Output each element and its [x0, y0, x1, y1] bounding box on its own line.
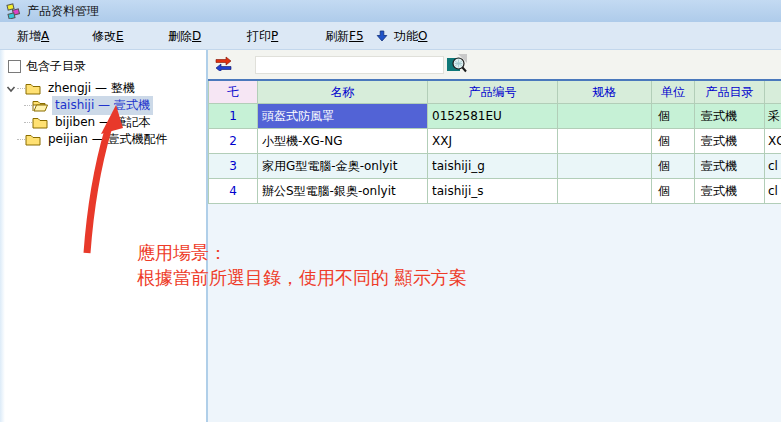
cell-unit[interactable]: 個: [652, 104, 695, 129]
cell-name[interactable]: 小型機-XG-NG: [258, 129, 428, 154]
swap-arrows-icon[interactable]: [215, 56, 232, 71]
cell-extra[interactable]: cl: [765, 179, 781, 204]
cell-spec[interactable]: [558, 179, 652, 204]
column-header-0[interactable]: 乇: [208, 81, 258, 104]
cell-seq[interactable]: 2: [208, 129, 258, 154]
include-subdir-checkbox[interactable]: 包含子目录: [8, 58, 86, 75]
cell-spec[interactable]: [558, 104, 652, 129]
tree-item-taishiji[interactable]: taishiji — 壹式機: [0, 97, 206, 114]
column-header-2[interactable]: 产品编号: [428, 81, 558, 104]
search-input[interactable]: [255, 56, 444, 74]
cell-code[interactable]: XXJ: [428, 129, 558, 154]
column-header-4[interactable]: 单位: [652, 81, 695, 104]
table-row: 3家用G型電腦-金奥-onlyittaishiji_g個壹式機cl: [208, 154, 781, 179]
cell-spec[interactable]: [558, 154, 652, 179]
edit-button[interactable]: 修改E: [92, 27, 124, 45]
cell-name[interactable]: 辦公S型電腦-銀奥-onlyit: [258, 179, 428, 204]
tree-connector: [24, 122, 32, 123]
tree-item-zhengji[interactable]: zhengji — 整機: [0, 80, 206, 97]
tree-connector: [24, 105, 32, 106]
button-label: 删除D: [168, 28, 201, 45]
product-table: 乇名称产品编号规格单位产品目录 1頭盔式防風罩0152581EU個壹式機采2小型…: [208, 79, 781, 204]
cell-seq[interactable]: 4: [208, 179, 258, 204]
down-arrow-icon: [376, 30, 388, 42]
annotation-line1: 應用場景：: [137, 240, 467, 265]
search-icon[interactable]: [447, 54, 468, 74]
column-header-1[interactable]: 名称: [258, 81, 428, 104]
cell-code[interactable]: taishiji_s: [428, 179, 558, 204]
refresh-button[interactable]: 刷新F5: [325, 27, 364, 45]
app-icon: [5, 3, 21, 19]
app-window: 产品资料管理 新增A修改E删除D打印P刷新F5功能O 包含子目录 zhengji…: [0, 0, 781, 422]
folder-closed-icon: [25, 133, 41, 146]
annotation-text: 應用場景： 根據當前所選目錄，使用不同的 顯示方案: [137, 240, 467, 290]
cell-extra[interactable]: XG: [765, 129, 781, 154]
column-header-3[interactable]: 规格: [558, 81, 652, 104]
annotation-line2: 根據當前所選目錄，使用不同的 顯示方案: [137, 265, 467, 290]
cell-unit[interactable]: 個: [652, 154, 695, 179]
catalog-tree: zhengji — 整機taishiji — 壹式機bijiben — 筆記本p…: [0, 80, 206, 148]
cell-unit[interactable]: 個: [652, 129, 695, 154]
tree-connector: [17, 88, 25, 89]
tree-connector: [17, 139, 25, 140]
checkbox-box[interactable]: [8, 60, 21, 73]
cell-extra[interactable]: cl: [765, 154, 781, 179]
column-header-6[interactable]: [765, 81, 781, 104]
search-bar: [208, 50, 781, 79]
table-body: 1頭盔式防風罩0152581EU個壹式機采2小型機-XG-NGXXJ個壹式機XG…: [208, 104, 781, 204]
column-header-5[interactable]: 产品目录: [695, 81, 765, 104]
button-label: 刷新F5: [325, 28, 364, 45]
cell-seq[interactable]: 1: [208, 104, 258, 129]
cell-extra[interactable]: 采: [765, 104, 781, 129]
table-header-row: 乇名称产品编号规格单位产品目录: [208, 81, 781, 104]
add-button[interactable]: 新增A: [17, 27, 49, 45]
cell-catalog[interactable]: 壹式機: [695, 104, 765, 129]
cell-code[interactable]: taishiji_g: [428, 154, 558, 179]
table-row: 1頭盔式防風罩0152581EU個壹式機采: [208, 104, 781, 129]
checkbox-label: 包含子目录: [26, 58, 86, 75]
button-label: 功能O: [394, 28, 427, 45]
button-label: 新增A: [17, 28, 49, 45]
table-row: 2小型機-XG-NGXXJ個壹式機XG: [208, 129, 781, 154]
cell-catalog[interactable]: 壹式機: [695, 179, 765, 204]
catalog-panel: 包含子目录 zhengji — 整機taishiji — 壹式機bijiben …: [0, 50, 206, 422]
cell-spec[interactable]: [558, 129, 652, 154]
window-left-edge: [0, 50, 5, 422]
tree-item-peijian[interactable]: peijian — 壹式機配件: [0, 131, 206, 148]
toolbar: 新增A修改E删除D打印P刷新F5功能O: [0, 22, 781, 50]
folder-closed-icon: [25, 82, 41, 95]
folder-closed-icon: [32, 116, 48, 129]
chevron-down-icon: [5, 83, 17, 95]
cell-seq[interactable]: 3: [208, 154, 258, 179]
print-button[interactable]: 打印P: [247, 27, 278, 45]
button-label: 修改E: [92, 28, 124, 45]
tree-item-label: peijian — 壹式機配件: [45, 130, 171, 149]
folder-open-icon: [32, 99, 48, 112]
cell-catalog[interactable]: 壹式機: [695, 154, 765, 179]
function-button[interactable]: 功能O: [376, 27, 427, 45]
title-bar: 产品资料管理: [0, 0, 781, 22]
tree-item-bijiben[interactable]: bijiben — 筆記本: [0, 114, 206, 131]
cell-name[interactable]: 家用G型電腦-金奥-onlyit: [258, 154, 428, 179]
cell-unit[interactable]: 個: [652, 179, 695, 204]
page-title: 产品资料管理: [27, 3, 99, 20]
cell-name[interactable]: 頭盔式防風罩: [258, 104, 428, 129]
down-arrow-icon: [376, 30, 388, 42]
product-panel: 乇名称产品编号规格单位产品目录 1頭盔式防風罩0152581EU個壹式機采2小型…: [208, 50, 781, 422]
cell-catalog[interactable]: 壹式機: [695, 129, 765, 154]
table-row: 4辦公S型電腦-銀奥-onlyittaishiji_s個壹式機cl: [208, 179, 781, 204]
delete-button[interactable]: 删除D: [168, 27, 201, 45]
button-label: 打印P: [247, 28, 278, 45]
cell-code[interactable]: 0152581EU: [428, 104, 558, 129]
